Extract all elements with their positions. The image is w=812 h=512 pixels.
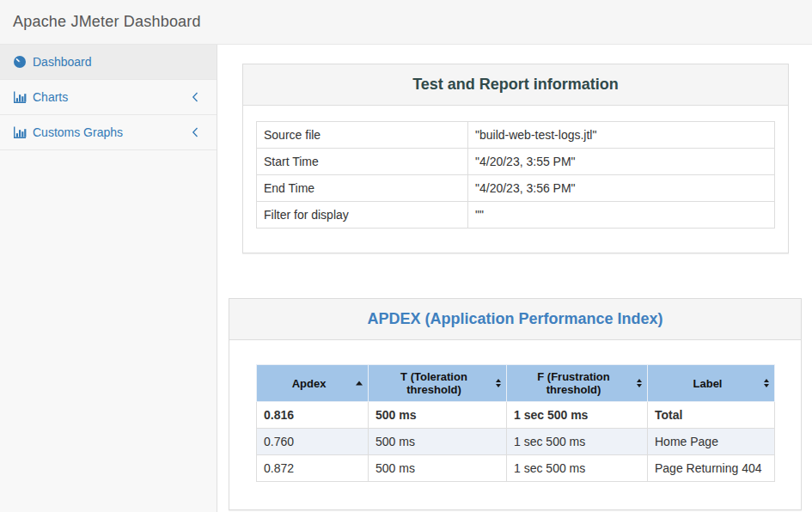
frustration-value: 1 sec 500 ms	[507, 429, 648, 455]
apdex-panel: APDEX (Application Performance Index) Ap…	[229, 298, 802, 510]
toleration-value: 500 ms	[369, 455, 507, 482]
frustration-value: 1 sec 500 ms	[507, 455, 648, 482]
toleration-value: 500 ms	[369, 402, 507, 429]
column-header-label-col[interactable]: Label	[648, 365, 775, 402]
table-row: Source file "build-web-test-logs.jtl"	[257, 122, 775, 149]
sort-both-icon	[496, 379, 501, 387]
sidebar-item-label: Customs Graphs	[33, 125, 192, 139]
table-row: 0.872 500 ms 1 sec 500 ms Page Returning…	[257, 455, 775, 482]
frustration-value: 1 sec 500 ms	[507, 402, 648, 429]
sort-both-icon	[637, 379, 642, 387]
sidebar: Dashboard Charts	[0, 45, 217, 512]
info-row-value: ""	[468, 202, 775, 229]
top-navbar: Apache JMeter Dashboard	[0, 0, 812, 45]
column-header-apdex[interactable]: Apdex	[257, 365, 369, 402]
sort-ascending-icon	[356, 381, 363, 386]
table-row: End Time "4/20/23, 3:56 PM"	[257, 175, 775, 202]
chevron-left-icon	[192, 92, 198, 102]
info-row-label: Source file	[257, 122, 468, 149]
sidebar-item-label: Charts	[33, 90, 192, 104]
info-row-label: End Time	[257, 175, 468, 202]
column-header-label: T (Toleration threshold)	[400, 370, 467, 396]
bar-chart-icon	[13, 90, 27, 104]
tachometer-icon	[13, 55, 27, 69]
info-row-label: Start Time	[257, 149, 468, 175]
sort-both-icon	[764, 379, 769, 387]
column-header-label: Label	[693, 377, 723, 390]
jmeter-dashboard-screen: Apache JMeter Dashboard Dashboard	[0, 0, 812, 512]
label-value: Home Page	[648, 429, 775, 455]
info-row-value: "build-web-test-logs.jtl"	[468, 122, 775, 149]
main-content: Test and Report information Source file …	[217, 45, 812, 512]
apdex-panel-title: APDEX (Application Performance Index)	[242, 310, 788, 328]
test-info-panel-heading: Test and Report information	[243, 64, 788, 106]
info-row-value: "4/20/23, 3:56 PM"	[468, 175, 775, 202]
sidebar-item-charts[interactable]: Charts	[0, 80, 217, 115]
apdex-table-header-row: Apdex T (Toleration threshold) F (Frustr…	[257, 365, 775, 402]
sidebar-item-dashboard[interactable]: Dashboard	[0, 45, 217, 80]
test-info-panel: Test and Report information Source file …	[242, 64, 789, 253]
column-header-label: F (Frustration threshold)	[537, 370, 610, 396]
app-title: Apache JMeter Dashboard	[13, 13, 201, 31]
apdex-table: Apdex T (Toleration threshold) F (Frustr…	[256, 364, 775, 482]
column-header-frustration[interactable]: F (Frustration threshold)	[507, 365, 648, 402]
info-row-label: Filter for display	[257, 202, 468, 229]
apdex-value: 0.872	[257, 455, 369, 482]
bar-chart-icon	[13, 125, 27, 139]
apdex-value: 0.760	[257, 429, 369, 455]
chevron-left-icon	[192, 127, 198, 137]
label-value: Page Returning 404	[648, 455, 775, 482]
table-row: Start Time "4/20/23, 3:55 PM"	[257, 149, 775, 175]
apdex-value: 0.816	[257, 402, 369, 429]
apdex-panel-heading: APDEX (Application Performance Index)	[229, 299, 801, 340]
table-row: 0.816 500 ms 1 sec 500 ms Total	[257, 402, 775, 429]
label-value: Total	[648, 402, 775, 429]
sidebar-item-customs-graphs[interactable]: Customs Graphs	[0, 115, 217, 150]
info-row-value: "4/20/23, 3:55 PM"	[468, 149, 775, 175]
column-header-toleration[interactable]: T (Toleration threshold)	[369, 365, 507, 402]
column-header-label: Apdex	[292, 377, 327, 390]
sidebar-item-label: Dashboard	[33, 55, 204, 69]
table-row: Filter for display ""	[257, 202, 775, 229]
test-info-panel-title: Test and Report information	[256, 76, 775, 94]
test-info-table: Source file "build-web-test-logs.jtl" St…	[256, 121, 775, 229]
table-row: 0.760 500 ms 1 sec 500 ms Home Page	[257, 429, 775, 455]
toleration-value: 500 ms	[369, 429, 507, 455]
